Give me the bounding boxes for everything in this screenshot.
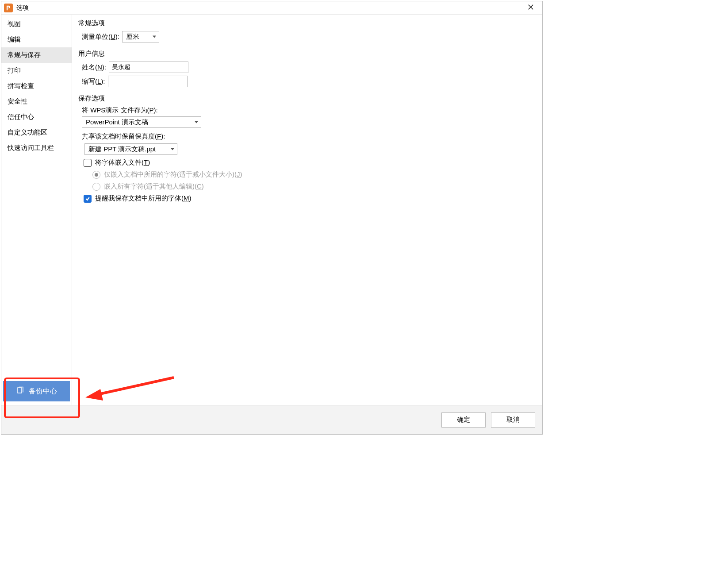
close-button[interactable] [522, 2, 540, 14]
embed-only-used-radio [92, 171, 100, 179]
ok-button[interactable]: 确定 [441, 412, 486, 428]
saveas-select[interactable]: PowerPoint 演示文稿 [82, 116, 201, 128]
section-save-legend: 保存选项 [78, 94, 105, 103]
sidebar-item-customize-ribbon[interactable]: 自定义功能区 [1, 125, 72, 140]
sidebar: 视图 编辑 常规与保存 打印 拼写检查 安全性 信任中心 自定义功能区 快速访问… [1, 15, 72, 405]
backup-icon [16, 386, 24, 396]
chevron-down-icon [153, 36, 156, 38]
unit-select[interactable]: 厘米 [122, 31, 159, 42]
initials-label: 缩写(L): [82, 77, 105, 86]
content-panel: 常规选项 测量单位(U): 厘米 用户信息 姓名(N): [72, 15, 542, 405]
sidebar-item-general-save[interactable]: 常规与保存 [1, 47, 72, 63]
cancel-button[interactable]: 取消 [491, 412, 535, 428]
unit-label: 测量单位(U): [82, 33, 119, 41]
section-general-legend: 常规选项 [78, 19, 105, 27]
backup-center-button[interactable]: 备份中心 [3, 381, 70, 401]
initials-input[interactable] [108, 76, 188, 87]
section-user: 用户信息 姓名(N): 缩写(L): [78, 50, 536, 90]
backup-center-label: 备份中心 [29, 387, 57, 396]
chevron-down-icon [195, 121, 198, 123]
sidebar-item-label: 自定义功能区 [8, 128, 47, 136]
embed-only-used-label: 仅嵌入文档中所用的字符(适于减小文件大小)(J) [104, 170, 242, 179]
sidebar-item-quick-access[interactable]: 快速访问工具栏 [1, 140, 72, 156]
app-icon [4, 4, 13, 12]
fidelity-select-value: 新建 PPT 演示文稿.ppt [88, 145, 156, 154]
dialog-footer: 确定 取消 [1, 405, 542, 434]
embed-fonts-label: 将字体嵌入文件(T) [95, 158, 150, 167]
sidebar-item-label: 打印 [8, 66, 21, 74]
sidebar-item-label: 编辑 [8, 35, 21, 43]
sidebar-item-label: 信任中心 [8, 113, 34, 120]
sidebar-item-view[interactable]: 视图 [1, 16, 72, 32]
saveas-label: 将 WPS演示 文件存为(P): [82, 106, 158, 115]
sidebar-item-edit[interactable]: 编辑 [1, 32, 72, 47]
section-general: 常规选项 测量单位(U): 厘米 [78, 19, 536, 45]
fidelity-select[interactable]: 新建 PPT 演示文稿.ppt [84, 143, 177, 155]
remind-fonts-label: 提醒我保存文档中所用的字体(M) [95, 194, 192, 203]
saveas-select-value: PowerPoint 演示文稿 [86, 118, 148, 127]
unit-select-value: 厘米 [126, 33, 139, 41]
close-icon [528, 3, 534, 12]
name-input[interactable] [109, 62, 188, 73]
section-save: 保存选项 将 WPS演示 文件存为(P): PowerPoint 演示文稿 共享… [78, 94, 536, 206]
window-title: 选项 [16, 4, 522, 12]
sidebar-item-label: 视图 [8, 20, 21, 27]
options-dialog: 选项 视图 编辑 常规与保存 打印 拼写检查 安全性 信任中心 自定义功能区 快… [1, 1, 543, 435]
sidebar-item-trust-center[interactable]: 信任中心 [1, 109, 72, 125]
remind-fonts-checkbox[interactable] [84, 195, 92, 203]
body: 视图 编辑 常规与保存 打印 拼写检查 安全性 信任中心 自定义功能区 快速访问… [1, 15, 542, 405]
fidelity-label: 共享该文档时保留保真度(F): [82, 132, 165, 141]
sidebar-item-print[interactable]: 打印 [1, 63, 72, 78]
titlebar: 选项 [1, 1, 542, 15]
sidebar-item-label: 常规与保存 [8, 51, 41, 58]
name-label: 姓名(N): [82, 63, 106, 72]
sidebar-item-label: 拼写检查 [8, 82, 34, 89]
sidebar-item-label: 安全性 [8, 97, 27, 105]
sidebar-item-security[interactable]: 安全性 [1, 94, 72, 109]
sidebar-item-label: 快速访问工具栏 [8, 144, 54, 151]
embed-all-radio [92, 183, 100, 191]
sidebar-item-spellcheck[interactable]: 拼写检查 [1, 78, 72, 94]
section-user-legend: 用户信息 [78, 50, 105, 58]
embed-all-label: 嵌入所有字符(适于其他人编辑)(C) [104, 182, 204, 191]
chevron-down-icon [171, 148, 174, 150]
embed-fonts-checkbox[interactable] [84, 159, 92, 167]
sidebar-list: 视图 编辑 常规与保存 打印 拼写检查 安全性 信任中心 自定义功能区 快速访问… [1, 15, 72, 378]
